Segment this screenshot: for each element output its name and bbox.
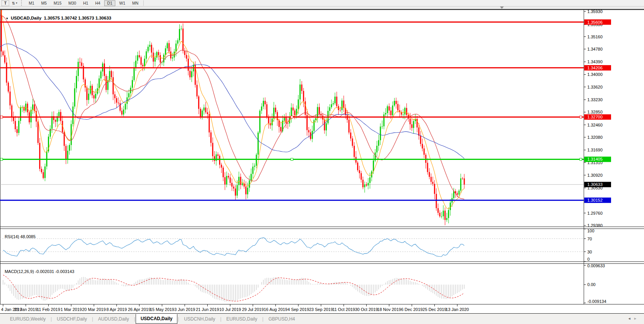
timeframe-button-m1[interactable]: M1 [26, 0, 38, 6]
indicators-arrows-tool-button[interactable]: ⇅▾ [10, 0, 19, 6]
candle [4, 55, 5, 62]
candle [146, 51, 147, 59]
hline-selection-handle[interactable] [580, 158, 582, 160]
candle [210, 132, 211, 143]
candle [179, 29, 180, 41]
chart-tab-audusd-daily[interactable]: AUDUSD,Daily [93, 314, 134, 324]
candle [43, 172, 44, 178]
candle [397, 104, 398, 110]
candle [376, 146, 377, 152]
pane-separator-3[interactable] [0, 304, 644, 304]
candle [3, 51, 4, 55]
svg-text:1.31690: 1.31690 [587, 148, 603, 152]
candle [348, 120, 349, 132]
timeframe-button-h4[interactable]: H4 [92, 0, 103, 6]
chart-scroll-position-marker[interactable] [500, 7, 504, 9]
hline-selection-handle[interactable] [0, 158, 3, 160]
timeframe-button-m5[interactable]: M5 [38, 0, 50, 6]
chart-scrollbar[interactable] [0, 7, 644, 9]
pane-separator-1[interactable] [0, 227, 644, 227]
macd-values: -0.002031 -0.003143 [35, 269, 74, 274]
svg-text:30: 30 [587, 250, 592, 254]
candle [114, 94, 115, 98]
tab-scroll-left-icon[interactable]: ◂ [628, 316, 634, 321]
date-tick-label: 23 Sep 2019 [309, 307, 333, 312]
candle [44, 166, 46, 178]
candle [207, 112, 208, 114]
candle [231, 183, 233, 187]
candle [366, 184, 367, 186]
chart-tab-usdcnh-daily[interactable]: USDCNH,Daily [179, 314, 220, 324]
pane-separator-2[interactable] [0, 262, 644, 262]
timeframe-button-w1[interactable]: W1 [116, 0, 128, 6]
date-tick-label: 23 Jan 2019 [14, 307, 38, 312]
chart-tab-usdcad-daily[interactable]: USDCAD,Daily [136, 314, 177, 324]
timeframe-button-h1[interactable]: H1 [80, 0, 91, 6]
candle [165, 48, 166, 55]
candle [256, 155, 257, 166]
candle [354, 146, 355, 157]
candle [177, 40, 179, 44]
candle [434, 184, 435, 194]
dropdown-arrow-icon: ▾ [16, 2, 17, 5]
candle [315, 118, 316, 120]
hline-selection-handle[interactable] [0, 116, 3, 118]
chart-tab-gbpusd-h4[interactable]: GBPUSD,H4 [264, 314, 300, 324]
svg-text:1.33230: 1.33230 [587, 97, 603, 102]
candle [350, 133, 351, 139]
candle [69, 145, 70, 151]
candle [422, 144, 423, 148]
candle [66, 146, 67, 159]
candle [6, 62, 7, 82]
date-tick-label: 1 Mar 2019 [61, 307, 82, 312]
candle [132, 80, 133, 88]
candle [141, 57, 142, 65]
candle [329, 107, 330, 111]
date-tick-label: 3 Jun 2019 [174, 307, 195, 312]
date-tick-label: 20 Mar 2019 [82, 307, 106, 312]
candle [326, 123, 327, 131]
timeframe-button-d1[interactable]: D1 [104, 0, 115, 6]
date-tick-label: 6 Dec 2019 [401, 307, 423, 312]
svg-text:0.00: 0.00 [587, 282, 595, 287]
date-tick-label: 18 Nov 2019 [377, 307, 401, 312]
chart-tab-eurusd-weekly[interactable]: EURUSD,Weekly [5, 314, 50, 324]
hline-selection-handle[interactable] [291, 158, 293, 160]
candle [81, 62, 82, 66]
svg-text:1.32080: 1.32080 [587, 135, 603, 140]
candle [382, 126, 383, 127]
candle [151, 45, 152, 53]
svg-text:1.29760: 1.29760 [587, 211, 603, 215]
chart-tab-eurusd-daily[interactable]: EURUSD,Daily [222, 314, 262, 324]
timeframe-button-m30[interactable]: M30 [66, 0, 79, 6]
candle [300, 84, 301, 99]
toolbar-grip[interactable] [21, 0, 24, 6]
hline-selection-handle[interactable] [580, 116, 582, 118]
date-tick-label: 21 Jun 2019 [196, 307, 219, 312]
chart-tab-usdchf-daily[interactable]: USDCHF,Daily [52, 314, 92, 324]
candle [79, 62, 80, 62]
candle [436, 194, 437, 208]
chart-title: ▼USDCAD,Daily 1.30575 1.30742 1.30573 1.… [3, 11, 111, 20]
candle [378, 140, 379, 146]
candle [116, 98, 117, 103]
candle [416, 119, 418, 127]
tab-scroll-right-icon[interactable]: ▸ [634, 316, 640, 321]
timeframe-button-mn[interactable]: MN [129, 0, 141, 6]
hline-selection-handle[interactable] [291, 116, 293, 118]
candle [308, 130, 310, 132]
candle [233, 187, 234, 189]
candle [181, 29, 182, 29]
candle [78, 62, 79, 76]
pane-border [0, 229, 644, 229]
chart-dropdown-icon[interactable]: ▼ [5, 17, 8, 20]
timeframe-button-m15[interactable]: M15 [51, 0, 64, 6]
candle [261, 107, 262, 111]
chart-canvas[interactable]: 1.359301.355301.351601.347801.343901.340… [0, 9, 644, 313]
svg-text:1.35160: 1.35160 [587, 35, 603, 39]
pane-border [0, 263, 644, 264]
date-tick-label: 30 Oct 2019 [355, 307, 378, 312]
text-label-tool-button[interactable]: T [2, 0, 9, 6]
candle [139, 55, 140, 57]
candle [95, 94, 96, 99]
